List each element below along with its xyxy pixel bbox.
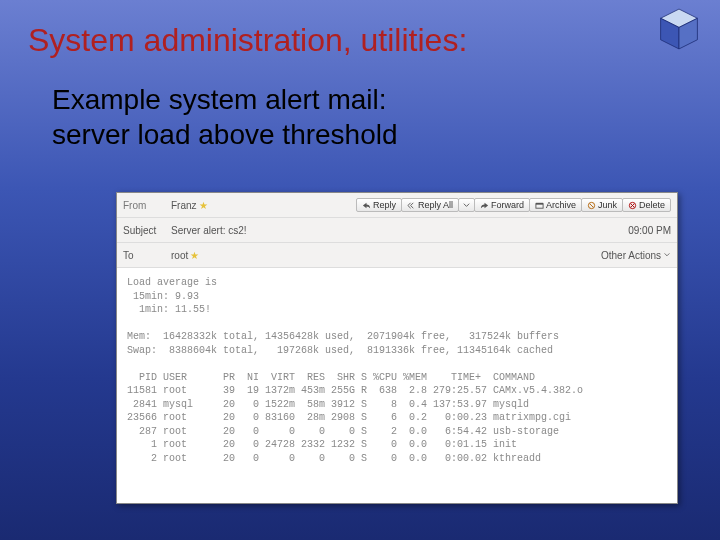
- reply-button[interactable]: Reply: [356, 198, 402, 212]
- mail-header-subject-row: Subject Server alert: cs2! 09:00 PM: [117, 218, 677, 243]
- subtitle-line-1: Example system alert mail:: [52, 84, 387, 115]
- archive-label: Archive: [546, 200, 576, 210]
- forward-icon: [480, 201, 489, 210]
- reply-all-button[interactable]: Reply All: [401, 198, 459, 212]
- subject-value: Server alert: cs2!: [171, 225, 247, 236]
- other-actions-label: Other Actions: [601, 250, 661, 261]
- to-label: To: [123, 250, 165, 261]
- to-value: root★: [171, 250, 199, 261]
- reply-label: Reply: [373, 200, 396, 210]
- reply-all-icon: [407, 201, 416, 210]
- archive-icon: [535, 201, 544, 210]
- svg-rect-4: [536, 202, 543, 204]
- subtitle-line-2: server load above threshold: [52, 119, 398, 150]
- slide-title: System administration, utilities:: [28, 22, 467, 59]
- to-text: root: [171, 250, 188, 261]
- reply-icon: [362, 201, 371, 210]
- from-value: Franz★: [171, 200, 351, 211]
- delete-label: Delete: [639, 200, 665, 210]
- subject-label: Subject: [123, 225, 165, 236]
- reply-all-dropdown[interactable]: [458, 198, 475, 212]
- slide-subtitle: Example system alert mail: server load a…: [52, 82, 398, 152]
- reply-all-label: Reply All: [418, 200, 453, 210]
- delete-icon: [628, 201, 637, 210]
- archive-button[interactable]: Archive: [529, 198, 582, 212]
- mail-body: Load average is 15min: 9.93 1min: 11.55!…: [117, 268, 677, 473]
- delete-button[interactable]: Delete: [622, 198, 671, 212]
- other-actions-menu[interactable]: Other Actions: [601, 250, 671, 261]
- star-icon[interactable]: ★: [199, 200, 208, 211]
- junk-icon: [587, 201, 596, 210]
- from-label: From: [123, 200, 165, 211]
- mail-toolbar: Reply Reply All Forward Archive Junk: [357, 198, 671, 212]
- star-icon[interactable]: ★: [190, 250, 199, 261]
- chevron-down-icon: [462, 201, 471, 210]
- forward-button[interactable]: Forward: [474, 198, 530, 212]
- junk-label: Junk: [598, 200, 617, 210]
- cube-logo-icon: [656, 6, 702, 52]
- forward-label: Forward: [491, 200, 524, 210]
- mail-header-from-row: From Franz★ Reply Reply All Forward Arc: [117, 193, 677, 218]
- junk-button[interactable]: Junk: [581, 198, 623, 212]
- chevron-down-icon: [663, 251, 671, 259]
- mail-header-to-row: To root★ Other Actions: [117, 243, 677, 268]
- from-text: Franz: [171, 200, 197, 211]
- mail-time: 09:00 PM: [628, 225, 671, 236]
- mail-window: From Franz★ Reply Reply All Forward Arc: [116, 192, 678, 504]
